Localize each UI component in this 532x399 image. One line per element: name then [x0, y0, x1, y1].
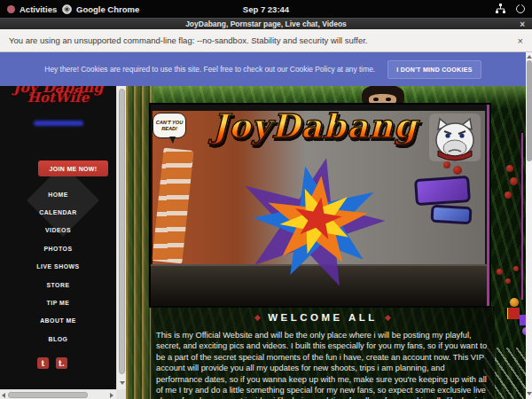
heading-ornament-right	[385, 314, 391, 320]
scrollbar-corner	[116, 389, 126, 399]
window-title: JoyDabang, Pornstar page, Live chat, Vid…	[185, 20, 347, 28]
scroll-right-arrow-icon[interactable]	[110, 393, 113, 398]
scroll-up-arrow-icon[interactable]	[527, 55, 532, 59]
gnome-top-bar: Activities Google Chrome Sep 7 23:44	[0, 0, 532, 18]
graffiti-dot	[453, 166, 462, 175]
sidebar-vertical-scrollbar[interactable]	[116, 86, 126, 390]
sidebar-item-store[interactable]: STORE	[0, 276, 116, 293]
sidebar-item-live-shows[interactable]: LIVE SHOWS	[0, 258, 116, 276]
network-icon	[495, 4, 506, 14]
eye-left	[373, 98, 379, 101]
twitter-icon[interactable]: t	[37, 357, 49, 369]
sidebar-item-photos[interactable]: PHOTOS	[0, 239, 116, 257]
scroll-down-arrow-icon[interactable]	[120, 381, 125, 385]
flag-warning-text: You are using an unsupported command-lin…	[9, 35, 368, 45]
logo-link-smudge[interactable]	[34, 121, 83, 126]
welcome-heading: WELCOME ALL	[268, 312, 378, 323]
screen: Activities Google Chrome Sep 7 23:44 Joy…	[0, 0, 532, 399]
speech-bubble: CAN'T YOU READ!	[153, 113, 186, 138]
page-vertical-scrollbar[interactable]	[526, 52, 532, 399]
graffiti-dot	[443, 161, 450, 168]
power-menu[interactable]	[516, 0, 525, 18]
infobar-close-icon[interactable]: ×	[518, 35, 523, 46]
sidebar-item-home[interactable]: HOME	[0, 185, 116, 203]
magenta-pole	[521, 133, 523, 300]
sidebar-item-calendar[interactable]: CALENDAR	[0, 203, 116, 221]
pavement	[151, 264, 487, 306]
content-panel: WELCOME ALL This is my Official Website …	[151, 306, 495, 399]
flower-decoration	[505, 278, 511, 284]
welcome-paragraph: This is my Official Website and will be …	[156, 330, 491, 399]
sidebar-item-videos[interactable]: VIDEOS	[0, 222, 116, 239]
sidebar-hscroll-thumb[interactable]	[8, 392, 88, 398]
sidebar-item-about-me[interactable]: ABOUT ME	[0, 312, 116, 330]
berry-decoration	[506, 165, 513, 172]
cookie-notice-bar: Hey there! Cookies are required to use t…	[0, 52, 526, 86]
flower-decoration	[497, 269, 503, 275]
sidebar-horizontal-scrollbar[interactable]	[0, 389, 116, 399]
sidebar-vscroll-thumb[interactable]	[119, 89, 125, 374]
sidebar-item-tip-me[interactable]: TIP ME	[0, 293, 116, 311]
heading-ornament-left	[254, 314, 261, 320]
header-banner-image: CAN'T YOU READ! JoyDabang	[151, 105, 489, 306]
ladder-decoration	[152, 148, 193, 264]
join-me-now-button[interactable]: JOIN ME NOW!	[38, 160, 108, 176]
berry-decoration	[505, 192, 512, 199]
sidebar: Joy Dabang HotWife JOIN ME NOW! HOME CAL…	[0, 86, 116, 390]
eye-right	[386, 98, 391, 101]
tumblr-icon[interactable]: t.	[56, 357, 67, 369]
clock-label: Sep 7 23:44	[243, 4, 289, 14]
scroll-left-arrow-icon[interactable]	[2, 393, 5, 398]
window-close-icon[interactable]: ×	[520, 20, 525, 29]
network-tray[interactable]	[495, 0, 506, 18]
sidebar-nav: HOME CALENDAR VIDEOS PHOTOS LIVE SHOWS S…	[0, 185, 116, 348]
cookie-accept-button[interactable]: I DON'T MIND COOKIES	[387, 60, 481, 79]
ornament-orange	[510, 298, 519, 307]
dry-grass-strip	[126, 86, 153, 399]
clock[interactable]: Sep 7 23:44	[0, 0, 532, 18]
speech-bubble-text: CAN'T YOU READ!	[153, 120, 185, 131]
scroll-down-arrow-icon[interactable]	[527, 392, 532, 395]
berry-decoration	[510, 177, 518, 185]
sidebar-item-blog[interactable]: BLOG	[0, 330, 116, 348]
window-titlebar: JoyDabang, Pornstar page, Live chat, Vid…	[0, 18, 532, 29]
site-title-graffiti: JoyDabang	[186, 106, 443, 145]
graffiti-tag-block	[414, 176, 471, 206]
page-vscroll-thumb[interactable]	[527, 60, 532, 161]
power-icon	[516, 4, 525, 13]
welcome-heading-row: WELCOME ALL	[151, 312, 495, 323]
cookie-message: Hey there! Cookies are required to use t…	[44, 65, 375, 74]
graffiti-tag-block	[431, 205, 473, 224]
flag-warning-bar: You are using an unsupported command-lin…	[0, 29, 532, 52]
gift-box-red	[507, 308, 520, 319]
site-logo-line2[interactable]: HotWife	[0, 90, 116, 106]
flower-decoration	[513, 266, 519, 271]
